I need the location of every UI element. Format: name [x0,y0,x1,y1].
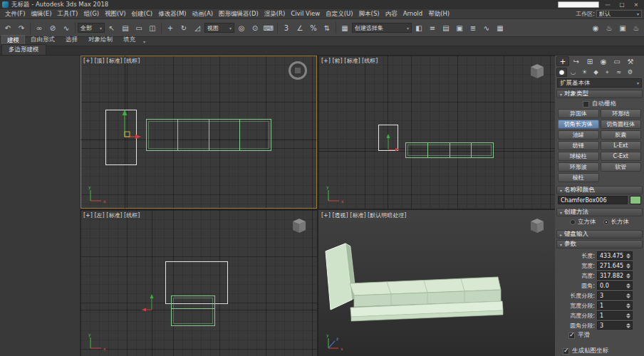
align-icon[interactable]: ≡ [426,21,439,34]
object-type-button[interactable]: 软管 [601,162,642,172]
close-button[interactable]: × [630,1,642,9]
param-spinner-field[interactable]: 3 [597,291,633,300]
viewcube[interactable] [529,63,545,80]
ribbon-chevron-down-icon[interactable]: ▾ [141,39,147,46]
polygon-modeling-tab[interactable]: 多边形建模 [1,44,46,55]
menu-item[interactable]: 修改器(M) [155,9,189,19]
minimize-button[interactable]: — [602,1,613,9]
titlebar-search-input[interactable] [558,1,599,8]
viewport-left[interactable]: [+] [左] [标准] [线框] [80,210,317,356]
object-color-swatch[interactable] [630,196,641,204]
object-type-button[interactable]: 球棱柱 [558,152,599,161]
object-type-button[interactable]: 油罐 [558,130,599,140]
named-selection-set-dropdown[interactable]: 创建选择集 [352,23,412,33]
mapping-coords-checkbox[interactable] [563,348,569,355]
ribbon-tab[interactable]: 选择 [61,35,83,46]
rollout-creation-method-header[interactable]: 创建方法 [556,208,643,216]
menu-item[interactable]: Arnold [400,9,426,19]
object-type-button[interactable]: 环形结 [601,109,642,118]
viewport-front-label[interactable]: [+] [前] [标准] [线框] [321,57,378,65]
viewport-perspective[interactable]: [+] [透视] [标准] [默认明暗处理] [318,210,555,356]
object-type-button[interactable]: 棱柱 [558,173,599,182]
rect-region-icon[interactable]: ▭ [133,21,145,34]
select-scale-icon[interactable]: ◿ [191,21,204,34]
object-type-button[interactable]: 纺锤 [558,141,599,150]
rendered-frame-icon[interactable]: ▣ [616,21,629,34]
ribbon-tab[interactable]: 填充 [118,35,140,46]
ribbon-tab[interactable]: 对象绘制 [83,35,118,46]
create-tab-icon[interactable]: + [556,56,569,66]
shapes-icon[interactable]: ◡ [568,68,578,77]
menu-item[interactable]: 创建(C) [129,9,156,19]
bind-spacewarp-icon[interactable]: ∿ [60,21,73,34]
spinner-arrows-icon[interactable] [625,263,631,268]
select-object-icon[interactable]: ↖ [105,21,118,34]
material-editor-icon[interactable]: ◉ [589,21,602,34]
transform-gizmo[interactable] [112,108,142,140]
viewport-top[interactable]: [+] [顶] [标准] [线框] x y [80,56,317,209]
rollout-object-type-header[interactable]: 对象类型 [556,90,643,98]
utilities-tab-icon[interactable]: ⚒ [624,56,637,66]
menu-item[interactable]: 编辑(E) [28,9,55,19]
spacewarps-icon[interactable]: ≈ [613,68,624,77]
viewport-perspective-label[interactable]: [+] [透视] [标准] [默认明暗处理] [321,211,406,219]
creation-method-radio[interactable]: 长方体 [603,218,630,226]
workspace-dropdown[interactable]: 默认 ▾ [596,10,642,18]
creation-method-radio[interactable]: 立方体 [570,218,596,226]
use-pivot-center-icon[interactable]: ◎ [235,21,248,34]
keyboard-override-icon[interactable]: ⌨ [262,21,275,34]
systems-icon[interactable]: ⚙ [625,68,635,77]
render-production-icon[interactable]: ♨ [630,21,643,34]
geometry-icon[interactable]: ● [556,68,567,77]
menu-item[interactable]: 帮助(H) [425,9,452,19]
viewcube[interactable] [291,217,307,234]
rollout-name-color-header[interactable]: 名称和颜色 [556,186,643,194]
select-move-icon[interactable]: + [164,21,177,34]
redo-icon[interactable]: ↷ [15,21,28,34]
object-type-button[interactable]: 环形波 [558,162,599,172]
render-setup-icon[interactable]: ♨ [603,21,616,34]
menu-item[interactable]: 内容 [383,9,400,19]
menu-item[interactable]: 工具(T) [55,9,81,19]
spinner-snap-icon[interactable]: ⇅ [321,21,333,34]
scene-explorer-icon[interactable]: ≣ [467,21,479,34]
unlink-icon[interactable]: ⊘ [46,21,59,34]
hierarchy-tab-icon[interactable]: ⊞ [583,56,596,66]
layer-manager-icon[interactable]: ▤ [440,21,452,34]
select-and-link-icon[interactable]: ∞ [33,21,46,34]
transform-gizmo[interactable] [142,291,163,313]
smooth-checkbox[interactable] [568,333,575,339]
modify-tab-icon[interactable]: ↪ [570,56,583,66]
viewport-top-label[interactable]: [+] [顶] [标准] [线框] [83,57,140,65]
edit-named-sets-icon[interactable]: ▦ [338,21,351,34]
spinner-arrows-icon[interactable] [625,293,631,298]
spinner-arrows-icon[interactable] [625,313,631,318]
menu-item[interactable]: 动画(A) [189,9,216,19]
select-rotate-icon[interactable]: ↻ [177,21,190,34]
rollout-keyboard-entry-header[interactable]: 键盘输入 [556,230,643,239]
selection-filter-dropdown[interactable]: 全部 [78,23,105,33]
ref-coord-dropdown[interactable]: 视图 [204,23,234,33]
menu-item[interactable]: Civil View [288,9,323,19]
spinner-arrows-icon[interactable] [625,323,631,328]
spinner-arrows-icon[interactable] [625,283,631,288]
snap-toggle-3d-icon[interactable]: 3 [280,21,293,34]
schematic-view-icon[interactable]: ▦ [494,21,507,34]
helpers-icon[interactable]: ⌖ [602,68,613,77]
undo-icon[interactable]: ↶ [1,21,14,34]
spinner-arrows-icon[interactable] [625,303,631,308]
object-type-button[interactable]: L-Ext [601,141,642,150]
cameras-icon[interactable]: ◆ [591,68,601,77]
select-manipulate-icon[interactable]: ⊙ [249,21,261,34]
param-spinner-field[interactable]: 1 [597,311,633,320]
param-spinner-field[interactable]: 317.882 [597,271,633,280]
object-type-button[interactable]: 切角长方体 [558,120,599,129]
autogrid-checkbox[interactable] [583,101,589,108]
primitive-category-dropdown[interactable]: 扩展基本体 [557,78,642,88]
menu-item[interactable]: 渲染(R) [261,9,289,19]
viewport-left-label[interactable]: [+] [左] [标准] [线框] [83,211,140,219]
object-type-button[interactable]: C-Ext [601,152,642,161]
viewport-front[interactable]: [+] [前] [标准] [线框] x [318,56,555,209]
menu-item[interactable]: 图形编辑器(D) [216,9,261,19]
param-spinner-field[interactable]: 433.475 [597,251,633,260]
